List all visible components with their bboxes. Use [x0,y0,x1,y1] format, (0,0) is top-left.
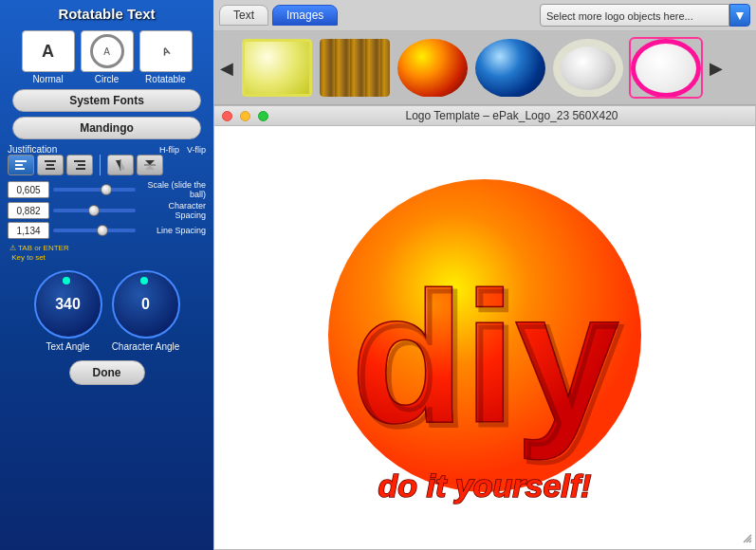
scale-desc: Scale (slide the ball) [139,180,206,199]
text-angle-label: Text Angle [46,341,89,352]
svg-rect-3 [45,160,56,162]
char-angle-dot [140,277,148,284]
system-fonts-button[interactable]: System Fonts [12,89,201,112]
thumb-circle[interactable]: A [81,30,134,72]
svg-text:diy: diy [355,257,622,464]
align-right-icon [73,158,86,172]
thumb-normal-icon: A [42,42,54,62]
diy-logo-svg: diy diy do it yourself! [295,156,674,516]
scale-slider-row: 0,605 Scale (slide the ball) [8,180,206,199]
svg-rect-1 [15,164,23,166]
tab-text[interactable]: Text [219,5,268,26]
window-close-dot[interactable] [222,111,232,121]
strip-thumb-0[interactable] [240,37,314,99]
svg-marker-12 [145,160,155,165]
hflip-icon [114,158,127,172]
justification-label: Justification [8,144,57,155]
thumb-item-rotatable[interactable]: A Rotatable [139,30,193,84]
tab-note-text: TAB or ENTER Key to set [9,244,69,262]
canvas-area: Logo Template – ePak_Logo_23 560X420 [213,105,756,550]
scale-thumb[interactable] [101,184,112,195]
canvas-title-bar: Logo Template – ePak_Logo_23 560X420 [214,106,755,126]
svg-rect-5 [46,168,55,170]
svg-rect-0 [15,160,27,162]
char-spacing-slider[interactable] [53,209,136,212]
char-angle-label: Character Angle [112,341,180,352]
justify-left-button[interactable] [8,155,34,175]
line-spacing-desc: Line Spacing [139,226,206,235]
vflip-button[interactable] [137,155,163,175]
line-spacing-thumb[interactable] [97,225,108,236]
char-angle-knob[interactable]: 0 [112,270,180,339]
resize-handle[interactable] [742,531,753,542]
font-name-button[interactable]: Mandingo [12,117,201,139]
slider-section: 0,605 Scale (slide the ball) 0,882 Chara… [8,180,206,239]
scale-value[interactable]: 0,605 [8,181,49,198]
window-zoom-dot[interactable] [258,111,268,121]
svg-text:do it yourself!: do it yourself! [378,468,592,504]
line-spacing-slider-row: 1,134 Line Spacing [8,222,206,239]
char-angle-value: 0 [141,296,150,313]
thumb-rotatable-label: Rotatable [145,74,186,84]
thumb-circle-label: Circle [95,74,120,84]
logo-select-box[interactable]: Select more logo objects here... [540,4,729,27]
char-spacing-desc: Character Spacing [139,201,206,220]
svg-marker-11 [120,160,125,170]
thumb-row: A Normal A Circle A Rotatable [8,30,206,84]
svg-rect-8 [76,168,85,170]
dropdown-arrow-icon: ▼ [733,8,747,23]
done-button[interactable]: Done [69,360,145,385]
left-panel: Rotatable Text A Normal A Circle A Rotat… [0,0,213,550]
just-header: Justification H-flip V-flip [8,144,206,155]
separator [100,155,101,175]
right-panel: Text Images Select more logo objects her… [213,0,756,550]
thumb-item-normal[interactable]: A Normal [22,30,75,84]
thumb-item-circle[interactable]: A Circle [81,30,134,84]
char-angle-knob-item: 0 Character Angle [112,270,180,352]
strip-thumb-1[interactable] [318,37,392,99]
line-spacing-slider[interactable] [53,229,136,232]
svg-rect-2 [15,168,25,170]
align-center-icon [44,158,57,172]
thumb-normal-label: Normal [32,74,63,84]
thumb-rotatable[interactable]: A [139,30,193,72]
strip-thumb-3[interactable] [473,37,547,99]
svg-rect-4 [46,164,54,166]
strip-thumb-4[interactable] [551,37,625,99]
text-angle-knob-item: 340 Text Angle [34,270,102,352]
align-left-icon [14,158,28,172]
hflip-button[interactable] [107,155,134,175]
text-angle-value: 340 [55,296,81,313]
justification-section: Justification H-flip V-flip [8,144,206,175]
thumb-circle-icon: A [90,34,124,68]
scale-slider[interactable] [53,188,136,192]
svg-line-21 [749,541,751,542]
text-angle-dot [63,277,70,284]
strip-thumb-5[interactable] [629,37,703,99]
justify-right-button[interactable] [66,155,93,175]
tab-images[interactable]: Images [272,5,338,26]
logo-select-arrow[interactable]: ▼ [729,4,750,27]
knobs-row: 340 Text Angle 0 Character Angle [8,270,206,352]
canvas-content: diy diy do it yourself! [214,126,755,544]
window-minimize-dot[interactable] [240,111,250,121]
vflip-label: V-flip [187,145,206,155]
vflip-icon [143,158,157,172]
svg-rect-6 [74,160,85,162]
strip-next-button[interactable]: ▶ [707,37,726,99]
canvas-title: Logo Template – ePak_Logo_23 560X420 [276,109,747,122]
char-spacing-value[interactable]: 0,882 [8,202,49,219]
thumb-normal[interactable]: A [22,30,75,72]
logo-select: Select more logo objects here... ▼ [540,4,750,27]
strip-thumb-2[interactable] [396,37,470,99]
thumb-strip: ◀ ▶ [213,31,756,105]
justify-center-button[interactable] [37,155,64,175]
tab-note-icon: ⚠ [9,244,16,252]
char-spacing-slider-row: 0,882 Character Spacing [8,201,206,220]
text-angle-knob[interactable]: 340 [34,270,102,339]
thumb-rotatable-icon: A [160,45,172,58]
strip-prev-button[interactable]: ◀ [217,37,236,99]
line-spacing-value[interactable]: 1,134 [8,222,49,239]
just-row [8,155,206,175]
char-spacing-thumb[interactable] [88,205,100,216]
